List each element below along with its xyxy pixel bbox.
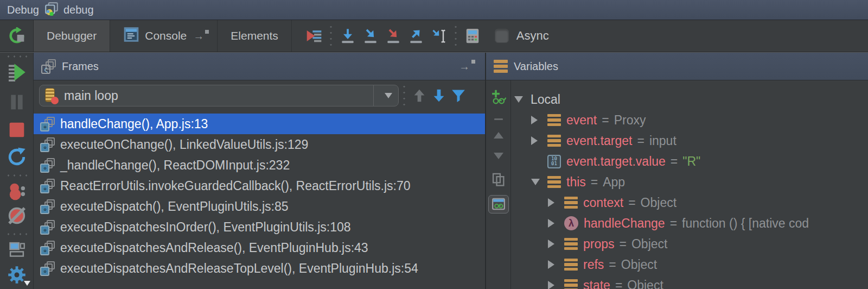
variables-body: Local event = Proxy event.target = input…	[486, 80, 868, 289]
calculator-icon	[464, 27, 481, 45]
expand-arrow-icon[interactable]	[531, 179, 547, 185]
variable-row[interactable]: event.target = input	[511, 130, 868, 151]
resume-button[interactable]	[7, 62, 27, 82]
equals-sign: =	[637, 134, 644, 148]
restore-layout-icon	[8, 241, 25, 257]
variables-header: Variables	[486, 53, 868, 80]
add-watch-button[interactable]	[490, 89, 507, 105]
stop-button[interactable]	[8, 121, 25, 139]
evaluate-expression-button[interactable]	[461, 20, 484, 52]
stack-frame-row[interactable]: ‹› ReactErrorUtils.invokeGuardedCallback…	[34, 175, 485, 196]
step-over-icon	[339, 27, 356, 45]
variable-row[interactable]: 1001 event.target.value = "R"	[511, 151, 868, 172]
debugger-side-toolbar	[0, 53, 34, 289]
variable-value: "R"	[682, 154, 700, 169]
thread-selector-dropdown[interactable]: main loop	[39, 85, 399, 106]
next-frame-button[interactable]	[429, 86, 449, 105]
variable-row[interactable]: refs = Object	[511, 254, 868, 275]
force-step-into-button[interactable]	[382, 20, 405, 52]
expand-arrow-icon[interactable]	[548, 198, 564, 207]
variable-value: function () { [native cod	[682, 216, 809, 231]
stack-frame-label: executeDispatchesInOrder(), EventPluginU…	[60, 220, 351, 235]
step-out-button[interactable]	[405, 20, 427, 52]
variable-row[interactable]: event = Proxy	[511, 110, 868, 130]
equals-sign: =	[602, 113, 609, 128]
reload-page-button[interactable]	[7, 147, 27, 167]
stack-frame-row[interactable]: ‹› handleChange(), App.js:13	[34, 114, 485, 134]
expand-arrow-icon[interactable]	[548, 219, 564, 228]
rerun-button[interactable]	[0, 20, 34, 52]
titlebar: Debug debug	[0, 0, 868, 20]
breakpoints-icon	[8, 183, 26, 201]
remove-watch-button[interactable]	[494, 118, 503, 120]
run-to-cursor-icon	[430, 27, 448, 45]
variable-row[interactable]: state = Object	[511, 275, 868, 289]
step-into-button[interactable]	[359, 20, 382, 52]
move-watch-down-button[interactable]	[494, 153, 503, 159]
settings-dropdown-arrow-icon	[24, 281, 30, 286]
copy-icon	[491, 172, 506, 187]
stack-frame-row[interactable]: ‹› executeOnChange(), LinkedValueUtils.j…	[34, 134, 485, 155]
frames-panel: ς Frames → main loop	[34, 53, 486, 289]
stack-frame-row[interactable]: ‹› executeDispatchesInOrder(), EventPlug…	[34, 217, 485, 237]
watches-toolbar	[486, 80, 511, 289]
equals-sign: =	[670, 216, 677, 231]
show-watches-button[interactable]	[488, 195, 509, 213]
expand-arrow-icon[interactable]	[514, 96, 531, 103]
tab-debugger[interactable]: Debugger	[34, 20, 110, 52]
variable-value: Object	[631, 237, 667, 252]
variables-title: Variables	[514, 60, 558, 73]
tab-console[interactable]: Console →	[110, 20, 218, 52]
hide-panel-icon[interactable]: →	[459, 60, 470, 73]
expand-arrow-icon[interactable]	[531, 136, 547, 145]
variable-name: state	[583, 278, 610, 289]
expand-arrow-icon[interactable]	[548, 281, 564, 289]
step-out-icon	[407, 27, 425, 45]
variable-row[interactable]: λ handleChange = function () { [native c…	[511, 213, 868, 234]
object-icon	[547, 114, 561, 127]
frames-icon: ς	[41, 59, 56, 74]
variables-icon	[494, 60, 508, 73]
previous-frame-button[interactable]	[410, 86, 429, 105]
pause-button[interactable]	[8, 93, 25, 111]
restore-layout-button[interactable]	[8, 241, 25, 257]
stack-frame-row[interactable]: ‹› executeDispatch(), EventPluginUtils.j…	[34, 196, 485, 217]
tab-debugger-label: Debugger	[47, 29, 97, 42]
copy-button[interactable]	[491, 172, 506, 187]
object-icon	[564, 238, 578, 250]
expand-arrow-icon[interactable]	[531, 116, 547, 124]
move-watch-up-button[interactable]	[494, 132, 503, 139]
view-breakpoints-button[interactable]	[8, 183, 26, 201]
mute-breakpoints-button[interactable]	[8, 206, 26, 225]
stack-frame-row[interactable]: ‹› executeDispatchesAndRelease(), EventP…	[34, 237, 485, 258]
variable-value: Object	[621, 257, 657, 272]
hide-frames-filter-button[interactable]	[449, 86, 468, 105]
variable-row[interactable]: this = App	[511, 172, 868, 192]
expand-arrow-icon[interactable]	[548, 260, 564, 269]
mute-breakpoints-icon	[8, 206, 26, 225]
step-over-button[interactable]	[336, 20, 359, 52]
variable-row[interactable]: context = Object	[511, 192, 868, 213]
variable-value: Object	[627, 278, 663, 289]
variable-row[interactable]: props = Object	[511, 234, 868, 254]
tab-elements[interactable]: Elements	[218, 20, 292, 52]
debugger-content: ς Frames → main loop	[0, 52, 868, 289]
show-execution-point-button[interactable]	[303, 20, 326, 52]
variable-row[interactable]: Local	[511, 89, 868, 110]
variables-tree: Local event = Proxy event.target = input…	[511, 80, 868, 289]
stack-frame-row[interactable]: ‹› _handleChange(), ReactDOMInput.js:232	[34, 155, 485, 175]
toolbar-separator	[403, 84, 405, 108]
variables-panel: Variables	[486, 53, 868, 289]
expand-arrow-icon[interactable]	[548, 240, 564, 248]
js-frame-icon: ‹›	[40, 220, 55, 235]
add-watch-icon	[490, 89, 507, 105]
function-lambda-icon: λ	[564, 216, 578, 230]
variable-name: Local	[531, 92, 560, 107]
settings-button[interactable]	[7, 265, 27, 285]
run-to-cursor-button[interactable]	[427, 20, 450, 52]
rerun-icon	[8, 27, 25, 45]
js-frame-icon: ‹›	[40, 117, 55, 131]
stack-frame-row[interactable]: ‹› executeDispatchesAndReleaseTopLevel()…	[34, 258, 485, 279]
async-checkbox[interactable]	[495, 29, 509, 43]
object-icon	[564, 279, 578, 289]
